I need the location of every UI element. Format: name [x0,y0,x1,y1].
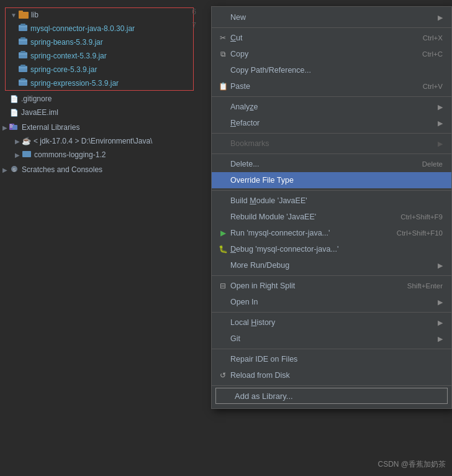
menu-item-more-run[interactable]: More Run/Debug ▶ [212,257,451,273]
bookmarks-label: Bookmarks [230,139,438,148]
jar-icon [18,78,28,89]
svg-rect-15 [20,78,25,80]
open-in-label: Open In [230,298,438,306]
separator [212,385,451,386]
git-label: Git [230,334,438,343]
jdk-item[interactable]: ▶ ☕ < jdk-17.0.4 > D:\Environment\Java\ [0,134,199,148]
svg-rect-3 [20,24,25,25]
git-arrow-icon: ▶ [438,335,443,343]
menu-item-run[interactable]: ▶ Run 'mysql-connector-java...' Ctrl+Shi… [212,225,451,241]
menu-item-build-module[interactable]: Build Module 'JavaEE' [212,193,451,209]
reload-label: Reload from Disk [230,371,443,380]
jar-name: spring-expression-5.3.9.jar [30,79,119,88]
separator [212,190,451,191]
commons-label: commons-logging-1.2 [34,150,106,159]
menu-item-refactor[interactable]: Refactor ▶ [212,115,451,131]
debug-label: Debug 'mysql-connector-java...' [230,245,443,254]
menu-item-local-history[interactable]: Local History ▶ [212,314,451,331]
jdk-arrow-icon: ▶ [15,138,20,145]
new-label: New [230,13,438,22]
list-item[interactable]: spring-beans-5.3.9.jar [6,35,193,49]
jar-icon [18,37,28,48]
svg-rect-20 [10,126,13,126]
jdk-icon: ☕ [22,137,31,145]
separator [212,312,451,313]
external-libraries-label: External Libraries [22,123,79,132]
jar-icon [18,51,28,62]
svg-rect-5 [19,39,27,45]
jar-name: spring-core-5.3.9.jar [30,65,97,74]
lib-folder-group: ▼ lib mysql-connector-java-8.0.30.jar sp… [5,7,194,91]
jar-icon [18,65,28,75]
menu-item-override-file-type[interactable]: Override File Type [212,172,451,188]
menu-item-analyze[interactable]: Analyze ▶ [212,99,451,115]
list-item[interactable]: spring-core-5.3.9.jar [6,63,193,76]
menu-item-rebuild-module[interactable]: Rebuild Module 'JavaEE' Ctrl+Shift+F9 [212,209,451,225]
run-label: Run 'mysql-connector-java...' [230,229,378,237]
svg-rect-12 [20,65,25,66]
scratches-label: Scratches and Consoles [22,165,102,174]
menu-item-git[interactable]: Git ▶ [212,331,451,347]
separator [212,133,451,134]
menu-item-cut[interactable]: ✂ Cut Ctrl+X [212,30,451,46]
copy-label: Copy [230,50,404,58]
paste-shortcut: Ctrl+V [423,83,443,90]
context-menu: New ▶ ✂ Cut Ctrl+X ⧉ Copy Ctrl+C Copy Pa… [211,6,452,409]
delete-shortcut: Delete [422,160,443,168]
svg-rect-2 [19,25,27,31]
bookmarks-arrow-icon: ▶ [438,140,443,148]
jdk-label: < jdk-17.0.4 > D:\Environment\Java\ [34,137,152,145]
add-library-label: Add as Library... [235,391,293,401]
cut-icon: ✂ [218,34,228,42]
copy-icon: ⧉ [218,50,228,58]
menu-item-open-in[interactable]: Open In ▶ [212,294,451,310]
menu-item-repair-ide[interactable]: Repair IDE on Files [212,351,451,367]
svg-rect-14 [19,80,27,86]
svg-rect-8 [19,52,27,58]
analyze-label: Analyze [230,103,438,111]
list-item[interactable]: mysql-connector-java-8.0.30.jar [6,22,193,35]
menu-item-debug[interactable]: 🐛 Debug 'mysql-connector-java...' [212,241,451,257]
menu-item-copy[interactable]: ⧉ Copy Ctrl+C [212,46,451,62]
external-lib-icon [9,122,19,133]
cut-label: Cut [230,34,404,42]
external-libraries-item[interactable]: ▶ External Libraries [0,121,199,134]
separator [212,349,451,349]
separator [212,96,451,97]
lib-folder-item[interactable]: ▼ lib [6,8,193,22]
separator [212,275,451,276]
run-shortcut: Ctrl+Shift+F10 [397,229,443,237]
menu-item-open-right-split[interactable]: ⊟ Open in Right Split Shift+Enter [212,278,451,294]
svg-rect-6 [20,37,25,39]
debug-icon: 🐛 [218,245,228,254]
svg-rect-22 [22,151,31,157]
iml-icon: 📄 [10,109,19,117]
menu-item-paste[interactable]: 📋 Paste Ctrl+V [212,78,451,94]
more-run-arrow-icon: ▶ [438,262,443,270]
rebuild-module-label: Rebuild Module 'JavaEE' [230,213,382,221]
svg-rect-18 [12,125,17,130]
refactor-arrow-icon: ▶ [438,119,443,127]
iml-item[interactable]: 📄 JavaEE.iml [0,106,199,119]
list-item[interactable]: spring-expression-5.3.9.jar [6,76,193,90]
line-numbers: 6 7 [180,5,199,32]
gitignore-item[interactable]: 📄 .gitignore [0,92,199,106]
scratches-item[interactable]: ▶ S Scratches and Consoles [0,163,199,176]
reload-icon: ↺ [218,371,228,380]
list-item[interactable]: spring-context-5.3.9.jar [6,49,193,63]
menu-item-copy-path[interactable]: Copy Path/Reference... [212,62,451,78]
open-in-arrow-icon: ▶ [438,298,443,306]
commons-logging-item[interactable]: ▶ commons-logging-1.2 [0,148,199,162]
scratches-icon: S [9,165,19,175]
menu-item-delete[interactable]: Delete... Delete [212,156,451,172]
separator [212,27,451,28]
menu-item-reload[interactable]: ↺ Reload from Disk [212,367,451,383]
lib-folder-label: lib [31,11,38,19]
jar-name: mysql-connector-java-8.0.30.jar [30,24,135,33]
file-icon: 📄 [10,95,19,103]
repair-ide-label: Repair IDE on Files [230,355,443,364]
menu-item-add-library[interactable]: Add as Library... [215,388,448,404]
menu-item-new[interactable]: New ▶ [212,9,451,25]
override-label: Override File Type [230,176,443,185]
ext-lib-arrow-icon: ▶ [2,124,7,131]
